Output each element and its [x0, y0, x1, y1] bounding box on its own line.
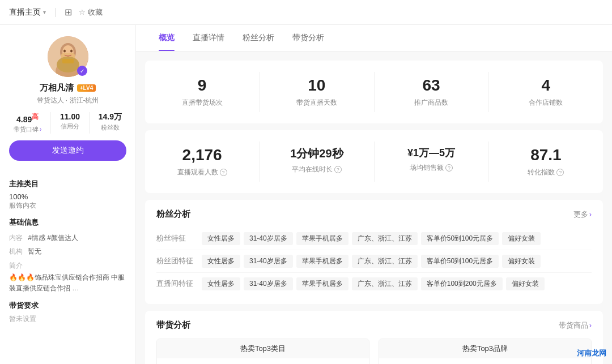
fan-tag: 女性居多: [202, 232, 240, 245]
main-category-percent: 100%: [9, 192, 126, 201]
nav-divider: [55, 8, 56, 17]
info-icon-sales: ?: [445, 164, 453, 172]
invite-button[interactable]: 发送邀约: [9, 140, 126, 161]
verified-icon: ✓: [80, 68, 84, 74]
profile-stats: 4.89高 带货口碑 › 11.00 信用分 14.9万: [9, 112, 126, 134]
fan-features-label: 粉丝特征: [156, 232, 202, 243]
stat-products-value: 63: [423, 76, 440, 95]
stat-card-products: 63 推广商品数: [375, 72, 489, 112]
fan-analysis-more[interactable]: 更多 ›: [573, 209, 592, 220]
fan-tag: 苹果手机居多: [296, 232, 348, 245]
stat-fans-label: 粉丝数: [101, 123, 120, 132]
stat-card-stores: 4 合作店铺数: [489, 72, 603, 112]
fan-tag: 偏好女装: [506, 277, 545, 290]
table-categories-header: 排名 类目 均价 销售额: [157, 358, 369, 364]
fan-club-features-tags: 女性居多 31-40岁居多 苹果手机居多 广东、浙江、江苏 客单价50到100元…: [202, 255, 541, 268]
product-analysis-card: 带货分析 带货商品 › 热卖Top3类目 排名 类目: [145, 311, 603, 364]
stat-sales-value: ¥1万—5万: [407, 146, 455, 160]
stat-stores-value: 4: [542, 76, 551, 95]
svg-rect-8: [62, 59, 74, 63]
tab-overview[interactable]: 概览: [150, 25, 184, 51]
stat-reputation: 4.89高 带货口碑 ›: [14, 112, 41, 134]
product-tables: 热卖Top3类目 排名 类目 均价 销售额 ◆: [156, 339, 592, 364]
fan-tag: 客单价50到100元居多: [421, 232, 499, 245]
tab-product-analysis[interactable]: 带货分析: [283, 25, 333, 51]
fan-analysis-table: 粉丝特征 女性居多 31-40岁居多 苹果手机居多 广东、浙江、江苏 客单价50…: [156, 228, 592, 295]
product-link[interactable]: 带货商品 ›: [559, 320, 592, 331]
product-analysis-header: 带货分析 带货商品 ›: [156, 320, 592, 331]
stat-divider-1: [50, 112, 51, 134]
main-category-title: 主推类目: [9, 179, 126, 189]
info-icon-online-time: ?: [334, 166, 342, 173]
stat-live-days-label: 带货直播天数: [296, 98, 337, 108]
avatar-wrapper: ✓: [48, 36, 88, 77]
fan-tag: 苹果手机居多: [296, 277, 348, 290]
stat-card-conversion: 87.1 转化指数 ?: [489, 142, 603, 182]
stat-fans-value: 14.9万: [99, 112, 122, 122]
fan-analysis-card: 粉丝分析 更多 › 粉丝特征 女性居多 31-40岁居多: [145, 200, 603, 304]
basic-info-content: 内容 #情感 #颜值达人: [9, 231, 126, 245]
fan-tag: 广东、浙江、江苏: [352, 277, 418, 290]
product-table-brands: 热卖Top3品牌 排名 品牌 均价 销售额: [379, 339, 592, 364]
stat-conversion-label: 转化指数 ?: [528, 168, 564, 177]
stat-divider-2: [89, 112, 90, 134]
fan-analysis-title: 粉丝分析: [156, 209, 190, 220]
stat-viewers-value: 2,176: [182, 146, 222, 164]
nav-home-chevron-icon: ▾: [43, 9, 46, 15]
fan-features-tags: 女性居多 31-40岁居多 苹果手机居多 广东、浙江、江苏 客单价50到100元…: [202, 232, 541, 245]
stat-products-label: 推广商品数: [414, 98, 448, 108]
fan-tag: 31-40岁居多: [244, 232, 293, 245]
top-nav: 直播主页 ▾ ⊞ ☆ 收藏: [0, 0, 612, 25]
fan-club-features-label: 粉丝团特征: [156, 255, 202, 266]
content-value: #情感 #颜值达人: [28, 234, 78, 242]
fan-row-club-features: 粉丝团特征 女性居多 31-40岁居多 苹果手机居多 广东、浙江、江苏 客单价5…: [156, 250, 592, 273]
stat-credit-value: 11.00: [60, 112, 80, 121]
stat-conversion-value: 87.1: [530, 146, 562, 164]
nav-home[interactable]: 直播主页 ▾: [9, 7, 46, 18]
product-link-chevron-icon: ›: [589, 321, 592, 329]
stat-live-days-value: 10: [308, 76, 325, 95]
stat-reputation-label: 带货口碑 ›: [14, 125, 41, 134]
grid-icon[interactable]: ⊞: [65, 7, 72, 18]
stat-credit: 11.00 信用分: [60, 112, 80, 134]
svg-point-7: [70, 50, 73, 53]
star-icon: ☆: [79, 8, 86, 16]
tab-fan-analysis[interactable]: 粉丝分析: [233, 25, 283, 51]
fan-tag: 广东、浙江、江苏: [352, 232, 418, 245]
nav-home-label: 直播主页: [9, 7, 41, 18]
table-brands-title: 热卖Top3品牌: [379, 339, 591, 358]
stat-card-online-time: 1分钟29秒 平均在线时长 ?: [260, 142, 374, 182]
product-table-categories: 热卖Top3类目 排名 类目 均价 销售额 ◆: [156, 339, 369, 364]
nav-collect[interactable]: ☆ 收藏: [79, 7, 103, 18]
profile-section: ✓ 万相凡清 +LV4 带货达人 · 浙江-杭州 4.89高 带货口碑: [0, 25, 135, 179]
more-chevron-icon: ›: [589, 210, 592, 219]
basic-info-title: 基础信息: [9, 217, 126, 228]
fan-tag: 女性居多: [202, 277, 240, 290]
fan-live-features-label: 直播间特征: [156, 277, 202, 289]
tabs-bar: 概览 直播详情 粉丝分析 带货分析: [136, 25, 612, 52]
tab-live-detail[interactable]: 直播详情: [184, 25, 233, 51]
watermark: 河南龙网: [577, 348, 606, 358]
fan-tag: 苹果手机居多: [296, 255, 348, 268]
stats-cards-row2: 2,176 直播观看人数 ? 1分钟29秒 平均在线时长 ?: [145, 130, 603, 193]
fan-tag: 客单价50到100元居多: [421, 255, 499, 268]
stat-credit-label: 信用分: [61, 122, 79, 131]
stat-reputation-value: 4.89高: [16, 112, 39, 124]
stat-live-count-label: 直播带货场次: [182, 98, 223, 108]
product-analysis-title: 带货分析: [156, 320, 190, 331]
intro-text: 🔥🔥🔥饰品珠宝供应链合作招商 中服装直播供应链合作招 …: [9, 272, 126, 294]
cargo-req-value: 暂未设置: [9, 314, 126, 324]
profile-name: 万相凡清 +LV4: [40, 83, 96, 93]
sidebar-main-category: 主推类目 100% 服饰内衣: [0, 179, 135, 211]
level-badge: +LV4: [77, 84, 96, 92]
fan-tag: 31-40岁居多: [244, 255, 293, 268]
fan-live-features-tags: 女性居多 31-40岁居多 苹果手机居多 广东、浙江、江苏 客单价100到200…: [202, 277, 545, 290]
profile-desc: 带货达人 · 浙江-杭州: [37, 96, 99, 105]
verified-badge: ✓: [77, 66, 87, 76]
overview-content: 9 直播带货场次 10 带货直播天数 63 推广商品数 4 合作店铺数: [136, 52, 612, 364]
table-categories-title: 热卖Top3类目: [157, 339, 369, 358]
svg-point-6: [63, 50, 66, 53]
stats-cards-row1: 9 直播带货场次 10 带货直播天数 63 推广商品数 4 合作店铺数: [145, 61, 603, 123]
fan-tag: 女性居多: [202, 255, 240, 268]
arrow-icon: ›: [40, 126, 41, 132]
